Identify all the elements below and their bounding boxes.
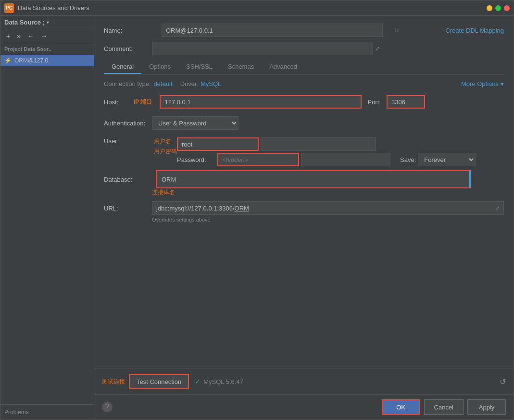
ok-button[interactable]: OK bbox=[382, 399, 420, 415]
conn-status: ✓ MySQL 5.6.47 bbox=[195, 378, 243, 385]
overrides-text: Overrides settings above bbox=[152, 217, 504, 222]
database-row-inner: Database: 连接库名 bbox=[104, 170, 471, 188]
tab-sshssl[interactable]: SSH/SSL bbox=[178, 60, 220, 74]
more-options-link[interactable]: More Options ▾ bbox=[461, 80, 504, 87]
back-button[interactable]: ← bbox=[25, 31, 36, 41]
main-content: Data Source ; ▾ + » ← → Project Data Sou… bbox=[0, 16, 514, 420]
user-label: User: bbox=[104, 137, 152, 145]
name-row: Name: ○ Create DDL Mapping bbox=[104, 24, 504, 37]
auth-select[interactable]: User & Password bbox=[152, 116, 238, 130]
chevron-down-icon: ▾ bbox=[501, 80, 504, 87]
user-row: User: 用户名 用户密码 Password: bbox=[104, 137, 504, 166]
sidebar-section-title: Project Data Sour.. bbox=[0, 43, 94, 55]
comment-input[interactable] bbox=[152, 42, 373, 55]
sidebar-toolbar: + » ← → bbox=[0, 29, 94, 43]
driver-value[interactable]: MySQL bbox=[201, 80, 221, 87]
name-expand-icon[interactable]: ○ bbox=[394, 26, 399, 35]
url-input-wrap: jdbc:mysql://127.0.0.1:3306/ORM ⤢ bbox=[152, 201, 504, 215]
database-icon: ⚡ bbox=[4, 57, 12, 64]
user-input-row bbox=[177, 137, 476, 151]
driver-label: Driver: bbox=[180, 80, 199, 87]
save-select[interactable]: Forever bbox=[418, 153, 476, 166]
password-label: Password: bbox=[177, 156, 215, 163]
host-input[interactable] bbox=[160, 95, 362, 109]
test-conn-annotation: 测试连接 bbox=[102, 378, 125, 386]
url-underline: ORM bbox=[235, 205, 249, 212]
database-row: Database: 连接库名 连接库名 bbox=[104, 170, 504, 197]
username-annotation: 用户名 bbox=[154, 137, 177, 146]
comment-label: Comment: bbox=[104, 45, 152, 52]
sidebar-item-label: ORM@127.0. bbox=[14, 57, 50, 64]
forward-button[interactable]: → bbox=[39, 31, 50, 41]
user-inputs: Password: Save: Forever bbox=[177, 137, 476, 166]
reset-button[interactable]: ↺ bbox=[500, 377, 506, 386]
auth-row: Authentication: User & Password bbox=[104, 116, 504, 130]
auth-label: Authentication: bbox=[104, 120, 152, 127]
name-input[interactable] bbox=[162, 24, 383, 37]
close-button[interactable] bbox=[504, 5, 510, 11]
window-title: Data Sources and Drivers bbox=[18, 4, 89, 12]
tab-general[interactable]: General bbox=[104, 60, 141, 74]
test-connection-button[interactable]: Test Connection bbox=[129, 374, 189, 389]
cancel-button[interactable]: Cancel bbox=[424, 399, 464, 415]
status-text: MySQL 5.6.47 bbox=[203, 378, 243, 385]
main-window: PC Data Sources and Drivers Data Source … bbox=[0, 0, 514, 420]
connection-type-row: Connection type: default Driver: MySQL M… bbox=[104, 80, 504, 87]
database-label: Database: bbox=[104, 176, 152, 183]
port-label: Port: bbox=[367, 99, 380, 106]
host-label: Host: bbox=[104, 99, 128, 106]
pass-extra-input[interactable] bbox=[301, 153, 390, 166]
ip-annotation: IP 端口 bbox=[134, 98, 152, 106]
save-label: Save: bbox=[400, 156, 416, 163]
form-panel: Name: ○ Create DDL Mapping Comment: ⤢ Ge… bbox=[94, 16, 514, 369]
minimize-button[interactable] bbox=[487, 5, 492, 11]
user-annotation-group: 用户名 用户密码 bbox=[152, 137, 177, 156]
datasource-label: Data Source ; bbox=[4, 19, 45, 26]
help-button[interactable]: ? bbox=[102, 402, 113, 412]
bottom-bar: 测试连接 Test Connection ✓ MySQL 5.6.47 ↺ bbox=[94, 369, 514, 394]
tabs: General Options SSH/SSL Schemas Advanced bbox=[104, 60, 504, 74]
sidebar-header: Data Source ; ▾ bbox=[0, 16, 94, 29]
url-expand-icon[interactable]: ⤢ bbox=[495, 205, 500, 211]
user-extra-input[interactable] bbox=[261, 137, 376, 151]
db-annotation-below: 连接库名 bbox=[152, 188, 175, 197]
password-annotation: 用户密码 bbox=[154, 148, 177, 156]
sidebar-item-orm[interactable]: ⚡ ORM@127.0. bbox=[0, 55, 94, 66]
password-input[interactable] bbox=[217, 153, 299, 166]
tab-schemas[interactable]: Schemas bbox=[220, 60, 262, 74]
comment-expand-icon[interactable]: ⤢ bbox=[375, 45, 380, 52]
db-input-wrap bbox=[156, 170, 471, 188]
url-text: jdbc:mysql://127.0.0.1:3306/ORM bbox=[156, 205, 491, 212]
port-input[interactable] bbox=[387, 95, 425, 109]
problems-label: Problems bbox=[4, 409, 29, 416]
database-input[interactable] bbox=[157, 171, 469, 187]
titlebar: PC Data Sources and Drivers bbox=[0, 0, 514, 16]
pass-input-row: Password: Save: Forever bbox=[177, 153, 476, 166]
status-check-icon: ✓ bbox=[195, 378, 201, 385]
name-label: Name: bbox=[104, 27, 152, 34]
tab-options[interactable]: Options bbox=[141, 60, 178, 74]
comment-row: Comment: ⤢ bbox=[104, 42, 504, 55]
window-controls bbox=[487, 5, 510, 11]
user-input[interactable] bbox=[177, 137, 259, 151]
right-panel: Name: ○ Create DDL Mapping Comment: ⤢ Ge… bbox=[94, 16, 514, 420]
chevron-down-icon: ▾ bbox=[47, 20, 49, 25]
create-ddl-link[interactable]: Create DDL Mapping bbox=[445, 27, 504, 34]
conn-type-value[interactable]: default bbox=[154, 80, 173, 87]
conn-type-label: Connection type: bbox=[104, 80, 151, 87]
host-port-row: Host: IP 端口 Port: bbox=[104, 95, 504, 109]
add-button[interactable]: + bbox=[4, 31, 12, 41]
tab-advanced[interactable]: Advanced bbox=[262, 60, 305, 74]
url-label: URL: bbox=[104, 205, 152, 212]
url-row: URL: jdbc:mysql://127.0.0.1:3306/ORM ⤢ bbox=[104, 201, 504, 215]
dialog-footer: ? OK Cancel Apply bbox=[94, 394, 514, 420]
sidebar-header-left: Data Source ; ▾ bbox=[4, 19, 49, 26]
sidebar-bottom: Problems bbox=[0, 404, 94, 420]
db-label-annotation: 连接库名 bbox=[152, 189, 175, 196]
app-icon: PC bbox=[4, 3, 14, 13]
sidebar: Data Source ; ▾ + » ← → Project Data Sou… bbox=[0, 16, 94, 420]
apply-button[interactable]: Apply bbox=[467, 399, 506, 415]
more-button[interactable]: » bbox=[15, 31, 23, 41]
maximize-button[interactable] bbox=[495, 5, 501, 11]
